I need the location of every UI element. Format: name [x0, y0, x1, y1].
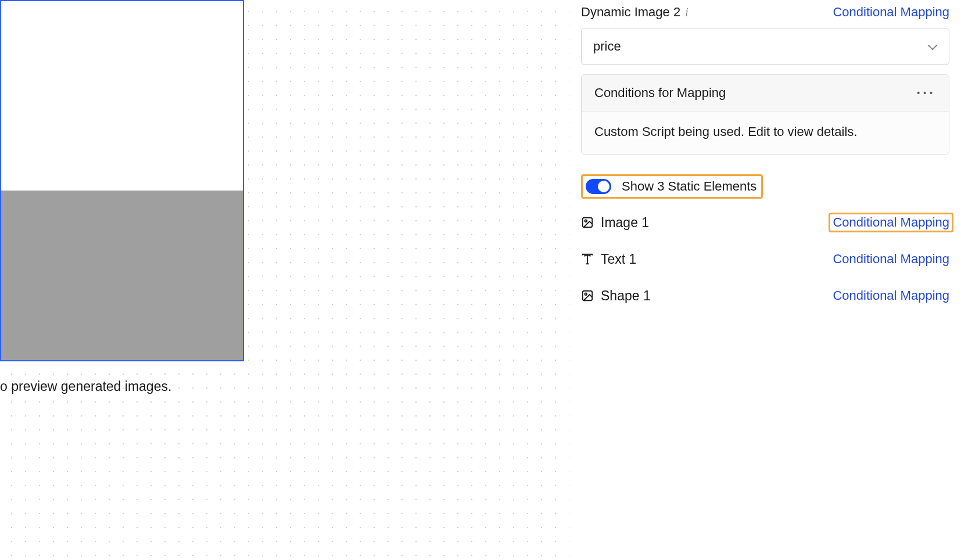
dropdown-value: price — [593, 39, 621, 54]
element-left: Shape 1 — [581, 288, 651, 304]
element-left: Image 1 — [581, 215, 649, 231]
element-label: Text 1 — [601, 252, 636, 267]
element-label: Image 1 — [601, 215, 649, 231]
svg-point-1 — [585, 220, 587, 222]
conditions-box: Conditions for Mapping ••• Custom Script… — [581, 74, 949, 155]
canvas-area[interactable]: o preview generated images. — [0, 0, 569, 560]
element-row-text: Text 1 Conditional Mapping — [581, 252, 949, 267]
field-dropdown[interactable]: price — [581, 28, 949, 65]
text-icon — [581, 253, 594, 265]
canvas-gray-rect[interactable] — [0, 191, 243, 360]
toggle-knob — [598, 181, 609, 192]
conditions-title: Conditions for Mapping — [594, 85, 726, 100]
element-left: Text 1 — [581, 252, 636, 267]
element-row-shape: Shape 1 Conditional Mapping — [581, 288, 949, 304]
element-row-image: Image 1 Conditional Mapping — [581, 215, 949, 231]
static-elements-label: Show 3 Static Elements — [622, 179, 756, 194]
conditional-mapping-link-dynamic[interactable]: Conditional Mapping — [833, 5, 949, 20]
svg-point-3 — [585, 293, 587, 296]
conditional-mapping-link-shape[interactable]: Conditional Mapping — [833, 288, 949, 303]
canvas-white-rect — [0, 0, 244, 191]
more-icon[interactable]: ••• — [917, 88, 936, 98]
conditions-header: Conditions for Mapping ••• — [582, 75, 949, 112]
conditions-body-text: Custom Script being used. Edit to view d… — [594, 123, 936, 141]
section-title-wrap: Dynamic Image 2 i — [581, 5, 689, 20]
chevron-down-icon — [928, 44, 937, 49]
dynamic-image-header: Dynamic Image 2 i Conditional Mapping — [581, 5, 949, 20]
static-elements-toggle[interactable] — [586, 179, 611, 194]
shape-icon — [581, 289, 594, 302]
conditional-mapping-link-text[interactable]: Conditional Mapping — [833, 252, 949, 267]
static-elements-toggle-row: Show 3 Static Elements — [581, 174, 763, 199]
conditional-mapping-link-image[interactable]: Conditional Mapping — [829, 213, 953, 232]
preview-text: o preview generated images. — [0, 379, 171, 394]
properties-panel: Dynamic Image 2 i Conditional Mapping pr… — [569, 0, 961, 560]
conditions-body: Custom Script being used. Edit to view d… — [582, 112, 949, 154]
dynamic-image-title: Dynamic Image 2 — [581, 5, 680, 20]
element-label: Shape 1 — [601, 288, 651, 304]
image-icon — [581, 216, 594, 229]
info-icon[interactable]: i — [685, 6, 689, 18]
